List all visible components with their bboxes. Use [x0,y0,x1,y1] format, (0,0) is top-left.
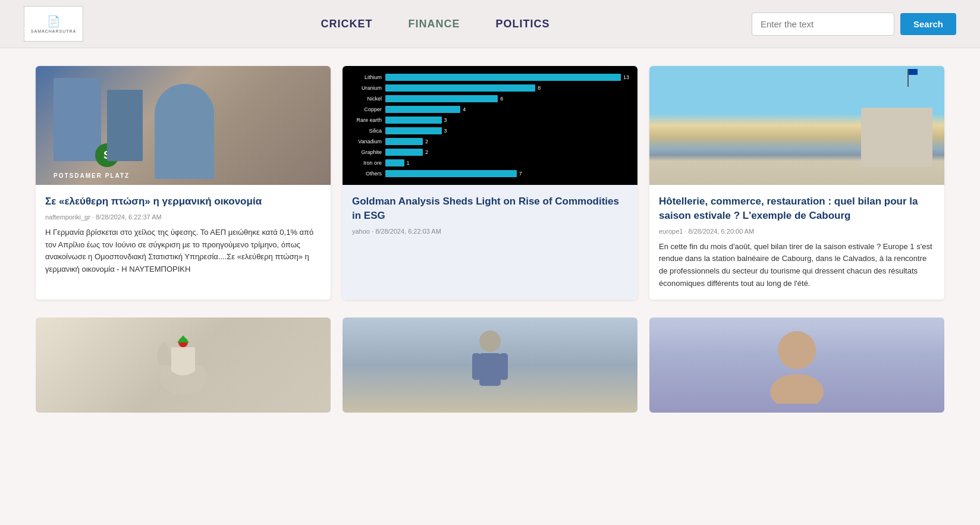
card-1[interactable]: S POTSDAMER PLATZ Σε «ελεύθερη πτώση» η … [36,66,331,300]
bar-label: Rare earth [351,117,382,123]
bar-value: 3 [444,117,447,123]
bar-track: 2 [385,138,629,145]
logo: 📄 SAMACHARSUTRA [24,6,83,42]
subway-sign: S [95,143,119,167]
search-area: Search [752,12,956,36]
cards-row-top: S POTSDAMER PLATZ Σε «ελεύθερη πτώση» η … [36,66,944,300]
bar-track: 7 [385,170,629,177]
bar-label: Vanadium [351,139,382,144]
card-bottom-2[interactable] [343,317,637,413]
card-3-summary: En cette fin du mois d'août, quel bilan … [659,241,935,290]
bar-label: Nickel [351,96,382,102]
beach-flag [907,69,909,87]
bar-label: Others [351,171,382,177]
logo-icon: 📄 [47,15,61,28]
bar-label: Iron ore [351,160,382,166]
bar-row: Nickel6 [351,95,629,102]
bar-row: Uranium8 [351,84,629,92]
svg-rect-5 [500,353,508,380]
svg-rect-3 [479,353,501,386]
bar-track: 3 [385,117,629,124]
bar-row: Others7 [351,170,629,177]
crest-container [147,329,219,401]
svg-rect-4 [472,353,480,380]
logo-area: 📄 SAMACHARSUTRA [24,6,83,42]
card-2-chart: Lithium13Uranium8Nickel6Copper4Rare eart… [343,66,637,185]
bar-value: 3 [444,128,447,134]
bar-row: Rare earth3 [351,117,629,124]
crest-svg [147,329,219,401]
svg-point-6 [778,331,816,369]
main-content: S POTSDAMER PLATZ Σε «ελεύθερη πτώση» η … [0,48,980,430]
card-3-title: Hôtellerie, commerce, restauration : que… [659,194,935,223]
bar-fill [385,117,442,124]
card-2-body: Goldman Analysis Sheds Light on Rise of … [343,185,637,300]
card-bottom-1[interactable] [36,317,331,413]
card-bottom-1-image [36,317,331,413]
bar-label: Copper [351,106,382,112]
bar-label: Silica [351,128,382,134]
card-3-body: Hôtellerie, commerce, restauration : que… [649,185,944,300]
bar-fill [385,95,498,102]
bar-track: 2 [385,149,629,156]
nav-cricket[interactable]: CRICKET [321,18,372,30]
bar-label: Lithium [351,74,382,80]
bar-fill [385,127,442,134]
card-1-meta: naftemporiki_gr · 8/28/2024, 6:22:37 AM [45,213,321,221]
bar-fill [385,159,404,166]
bar-value: 4 [463,106,466,112]
bar-row: Copper4 [351,106,629,113]
bar-track: 3 [385,127,629,134]
bar-fill [385,84,535,92]
bar-value: 6 [500,96,503,102]
search-button[interactable]: Search [900,13,956,35]
bar-value: 13 [623,74,629,80]
svg-point-2 [479,331,501,352]
header: 📄 SAMACHARSUTRA CRICKET FINANCE POLITICS… [0,0,980,48]
nav-politics[interactable]: POLITICS [495,18,549,30]
bar-value: 7 [519,171,522,177]
bar-track: 13 [385,74,629,81]
card-bottom-2-image [343,317,637,413]
building-shape [155,84,214,179]
face-svg [767,326,827,404]
card-1-image: S POTSDAMER PLATZ [36,66,331,185]
bar-value: 8 [538,85,541,91]
bar-fill [385,149,423,156]
potsdamer-text: POTSDAMER PLATZ [54,172,130,179]
card-3[interactable]: Hôtellerie, commerce, restauration : que… [649,66,944,300]
bar-track: 4 [385,106,629,113]
card-3-image [649,66,944,185]
logo-text: SAMACHARSUTRA [31,29,76,33]
bar-row: Silica3 [351,127,629,134]
bar-track: 6 [385,95,629,102]
bar-track: 8 [385,84,629,92]
card-1-title: Σε «ελεύθερη πτώση» η γερμανική οικονομί… [45,194,321,209]
bar-label: Graphite [351,149,382,155]
bar-row: Iron ore1 [351,159,629,166]
svg-point-7 [770,374,824,404]
bar-track: 1 [385,159,629,166]
card-1-summary: Η Γερμανία βρίσκεται στο χείλος της ύφεσ… [45,227,321,276]
search-input[interactable] [752,12,894,36]
cards-row-bottom [36,317,944,413]
bar-fill [385,106,460,113]
person-svg [466,326,514,404]
bar-label: Uranium [351,85,382,91]
card-bottom-3-image [649,317,944,413]
bar-value: 2 [425,149,428,155]
card-3-meta: europe1 · 8/28/2024, 6:20:00 AM [659,228,935,235]
main-nav: CRICKET FINANCE POLITICS [119,18,752,30]
card-1-body: Σε «ελεύθερη πτώση» η γερμανική οικονομί… [36,185,331,300]
card-bottom-3[interactable] [649,317,944,413]
nav-finance[interactable]: FINANCE [408,18,460,30]
card-2-title: Goldman Analysis Sheds Light on Rise of … [352,194,628,223]
bar-fill [385,74,621,81]
bar-row: Lithium13 [351,74,629,81]
card-2-meta: yahoo · 8/28/2024, 6:22:03 AM [352,228,628,235]
bar-fill [385,170,517,177]
bar-row: Vanadium2 [351,138,629,145]
bar-row: Graphite2 [351,149,629,156]
card-2[interactable]: Lithium13Uranium8Nickel6Copper4Rare eart… [343,66,637,300]
beach-building [861,108,932,167]
